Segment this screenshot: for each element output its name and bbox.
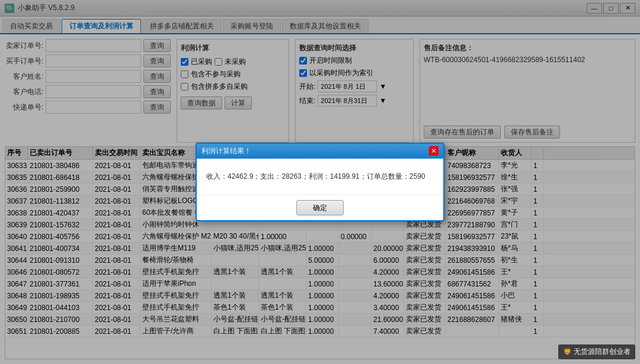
modal-confirm-button[interactable]: 确定 <box>296 200 344 215</box>
modal-overlay: 利润计算结果！ ✕ 收入：42462.9；支出：28263；利润：14199.9… <box>0 0 640 364</box>
watermark: 🦁 无货源陪群创业者 <box>558 344 635 359</box>
modal-title-bar: 利润计算结果！ ✕ <box>197 144 443 159</box>
modal-body: 收入：42462.9；支出：28263；利润：14199.91；订单总数量：25… <box>197 159 443 195</box>
modal-footer: 确定 <box>197 195 443 220</box>
watermark-icon: 🦁 <box>563 347 572 356</box>
watermark-text: 无货源陪群创业者 <box>574 347 631 356</box>
profit-result-modal: 利润计算结果！ ✕ 收入：42462.9；支出：28263；利润：14199.9… <box>196 143 444 222</box>
modal-content: 收入：42462.9；支出：28263；利润：14199.91；订单总数量：25… <box>206 170 434 183</box>
modal-title: 利润计算结果！ <box>201 146 251 156</box>
modal-close-button[interactable]: ✕ <box>429 146 439 156</box>
